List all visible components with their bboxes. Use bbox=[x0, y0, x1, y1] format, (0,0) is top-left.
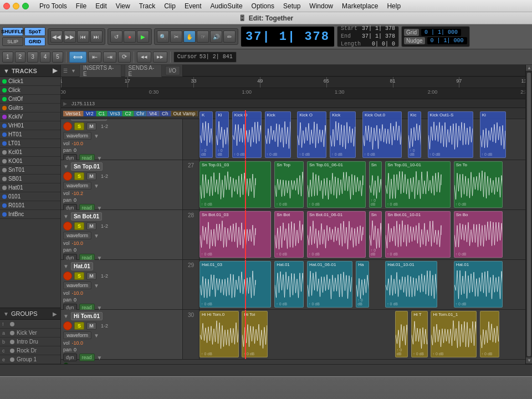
solo-button[interactable]: S bbox=[74, 222, 84, 230]
clip-block[interactable]: Sn Bot.01_06-01↑ 0 dB bbox=[307, 211, 366, 258]
record-arm-button[interactable] bbox=[63, 321, 72, 330]
group-list-item[interactable]: e Group 1 bbox=[0, 355, 60, 364]
clip-block[interactable]: Hi Tom.01_1↑ 0 dB bbox=[431, 311, 476, 357]
sidebar-track-item[interactable]: Guitrs bbox=[0, 104, 60, 112]
clip-block[interactable]: Kick O↑ 0 dB bbox=[297, 111, 326, 158]
clip-block[interactable]: Kick O↑ 0 dB bbox=[232, 111, 262, 158]
menu-edit[interactable]: Edit bbox=[91, 1, 111, 11]
back-btn[interactable]: ◂◂ bbox=[137, 52, 151, 63]
clip-block[interactable]: Kick Out.0↑ 0 dB bbox=[362, 111, 402, 158]
track-expand-btn[interactable]: ▼ bbox=[63, 163, 69, 170]
sidebar-track-item[interactable]: HT01 bbox=[0, 130, 60, 139]
group-list-item[interactable]: b Intro Dru bbox=[0, 337, 60, 346]
waveform-view-btn[interactable]: waveform bbox=[63, 282, 91, 289]
sidebar-track-item[interactable]: R0101 bbox=[0, 201, 60, 210]
waveform-view-btn[interactable]: waveform bbox=[63, 232, 91, 239]
clip-block[interactable]: Sn↑ 0 dB bbox=[369, 161, 382, 208]
trim-right-btn[interactable]: ⇥ bbox=[103, 52, 116, 63]
menu-help[interactable]: Help bbox=[383, 1, 405, 11]
track-expand-all[interactable]: ☰ bbox=[63, 68, 68, 74]
track-name-button[interactable]: Hat.01 bbox=[71, 262, 93, 270]
maximize-button[interactable] bbox=[22, 3, 29, 9]
sidebar-track-item[interactable]: Kcl01 bbox=[0, 148, 60, 157]
clip-block[interactable]: Ha↑ 0 dB bbox=[356, 261, 369, 308]
clip-block[interactable]: Kic↑ 0 dB bbox=[408, 111, 421, 158]
fast-forward-button[interactable]: ▶▶ bbox=[64, 30, 76, 43]
number-btn-2[interactable]: 2 bbox=[15, 52, 26, 63]
clip-block[interactable]: Hi Hi Tom.0↑ 0 dB bbox=[200, 311, 239, 357]
record-arm-button[interactable] bbox=[63, 122, 72, 131]
track-view-icon[interactable]: ▼ bbox=[71, 68, 76, 74]
shuffle-mode-button[interactable]: SHUFFLE bbox=[2, 27, 23, 36]
waveform-dropdown[interactable]: ▼ bbox=[94, 283, 99, 289]
clip-block[interactable]: Hat.01_06-01↑ 0 dB bbox=[307, 261, 352, 308]
solo-button[interactable]: S bbox=[74, 122, 84, 130]
sidebar-track-item[interactable]: Click bbox=[0, 86, 60, 95]
waveform-dropdown[interactable]: ▼ bbox=[94, 183, 99, 189]
mute-button[interactable]: M bbox=[86, 172, 96, 180]
track-expand-btn[interactable]: ▼ bbox=[63, 263, 69, 269]
play-button[interactable]: ▶ bbox=[137, 30, 149, 43]
minimize-button[interactable] bbox=[13, 3, 19, 9]
loop-sel-btn[interactable]: ⟳ bbox=[118, 52, 131, 63]
marker-item[interactable]: C2 bbox=[122, 111, 134, 116]
marker-item[interactable]: Chr bbox=[134, 111, 147, 116]
menu-track[interactable]: Track bbox=[135, 1, 160, 11]
sidebar-track-item[interactable]: Click1 bbox=[0, 77, 60, 86]
marker-item[interactable]: Verse1 bbox=[63, 111, 84, 116]
waveform-dropdown[interactable]: ▼ bbox=[94, 332, 99, 339]
grid-label[interactable]: Grid bbox=[404, 29, 419, 36]
go-to-end-button[interactable]: ⏭ bbox=[90, 30, 103, 43]
clip-block[interactable]: Kick↑ 0 dB bbox=[330, 111, 356, 158]
record-arm-button[interactable] bbox=[63, 222, 72, 231]
menu-event[interactable]: Event bbox=[181, 1, 206, 11]
menu-file[interactable]: File bbox=[72, 1, 90, 11]
dynamics-button[interactable]: dyn bbox=[63, 354, 77, 361]
sends-header[interactable]: SENDS A-E bbox=[125, 65, 162, 79]
menu-protools[interactable]: Pro Tools bbox=[35, 1, 71, 11]
clip-block[interactable]: Ki↑ 0 dB bbox=[480, 111, 506, 158]
scroll-down-button[interactable]: ▼ bbox=[526, 357, 532, 364]
clip-block[interactable]: Sn Bot.01_03↑ 0 dB bbox=[200, 211, 271, 258]
grabber-tool[interactable]: ☞ bbox=[197, 30, 209, 43]
nudge-label[interactable]: Nudge bbox=[404, 37, 424, 44]
clip-block[interactable]: Kick Out1-S↑ 0 dB bbox=[428, 111, 473, 158]
record-arm-button[interactable] bbox=[63, 172, 72, 181]
trim-tool[interactable]: ✂ bbox=[170, 30, 182, 43]
waveform-view-btn[interactable]: waveform bbox=[63, 182, 91, 190]
tracks-expand-arrow[interactable]: ▼ bbox=[3, 68, 9, 74]
clip-block[interactable]: Kl↑ 0 dB bbox=[216, 111, 229, 158]
track-expand-btn[interactable]: ▼ bbox=[63, 313, 69, 319]
trim-left-btn[interactable]: ⇤ bbox=[88, 52, 101, 63]
track-waveform-area[interactable]: Sn Top.01_03↑ 0 dBSn Top↑ 0 dBSn Top.01_… bbox=[200, 160, 525, 209]
groups-options-arrow[interactable]: ▶ bbox=[53, 311, 57, 317]
clip-block[interactable]: Hat.01_03↑ 0 dB bbox=[200, 261, 271, 308]
mute-button[interactable]: M bbox=[86, 272, 96, 280]
clip-block[interactable]: Sn Top.01_10-01↑ 0 dB bbox=[385, 161, 451, 208]
sidebar-track-item[interactable]: CntOf bbox=[0, 95, 60, 104]
group-list-item[interactable]: ! bbox=[0, 320, 60, 329]
track-waveform-area[interactable]: K↑ 0 dBKl↑ 0 dBKick O↑ 0 dBKick↑ 0 dBKic… bbox=[200, 110, 525, 160]
spot-mode-button[interactable]: SpoT bbox=[24, 27, 45, 36]
clip-block[interactable]: Sn To↑ 0 dB bbox=[454, 161, 503, 208]
group-list-item[interactable]: a Kick Ver bbox=[0, 329, 60, 337]
track-waveform-area[interactable]: Hat.01_03↑ 0 dBHat.01↑ 0 dBHat.01_06-01↑… bbox=[200, 260, 525, 309]
vertical-scrollbar[interactable]: ▲ ▼ bbox=[525, 65, 532, 364]
menu-marketplace[interactable]: Marketplace bbox=[338, 1, 382, 11]
sidebar-track-item[interactable]: LT01 bbox=[0, 139, 60, 148]
marker-item[interactable]: Ch bbox=[160, 111, 171, 116]
track-name-button[interactable]: Sn Top.01 bbox=[71, 162, 103, 171]
scroll-thumb[interactable] bbox=[527, 73, 531, 356]
clip-block[interactable]: Hat.01↑ 0 dB bbox=[454, 261, 503, 308]
menu-clip[interactable]: Clip bbox=[160, 1, 180, 11]
scroll-up-button[interactable]: ▲ bbox=[526, 65, 532, 71]
number-btn-3[interactable]: 3 bbox=[27, 52, 38, 63]
mute-button[interactable]: M bbox=[86, 122, 96, 130]
loop-button[interactable]: ↺ bbox=[110, 30, 122, 43]
clip-block[interactable]: Sn Bot↑ 0 dB bbox=[274, 211, 304, 258]
zoom-tool[interactable]: 🔍 bbox=[157, 30, 169, 43]
marker-item[interactable]: Out Vamp bbox=[171, 111, 198, 116]
waveform-view-btn[interactable]: waveform bbox=[63, 132, 91, 140]
mute-button[interactable]: M bbox=[86, 222, 96, 230]
close-button[interactable] bbox=[3, 3, 10, 9]
